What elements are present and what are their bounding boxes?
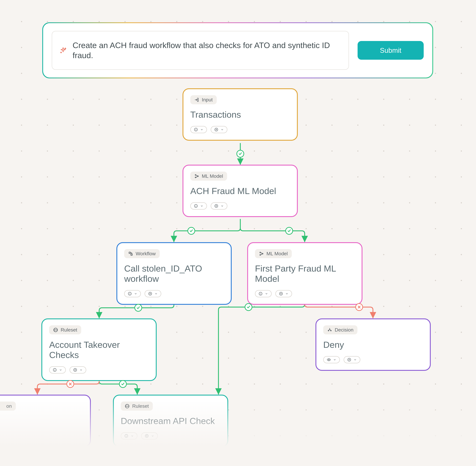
edge-badge-ok xyxy=(134,304,142,312)
edge-badge-ok xyxy=(187,227,195,235)
chevron-down-icon xyxy=(200,204,203,208)
node-info-pill[interactable] xyxy=(49,366,66,373)
node-title xyxy=(0,416,83,426)
node-add-pill[interactable] xyxy=(275,290,292,297)
chevron-down-icon xyxy=(333,358,336,361)
plus-circle-icon xyxy=(214,204,218,208)
tag-label: ML Model xyxy=(202,173,223,179)
svg-point-13 xyxy=(262,253,263,254)
chevron-down-icon xyxy=(285,292,288,295)
node-info-pill[interactable] xyxy=(190,126,207,133)
chevron-down-icon xyxy=(134,292,137,295)
chevron-down-icon xyxy=(131,434,134,438)
tag-label: Ruleset xyxy=(132,403,149,409)
info-icon xyxy=(53,368,57,372)
prompt-text: Create an ACH fraud workflow that also c… xyxy=(73,40,341,60)
node-add-pill[interactable] xyxy=(145,290,161,297)
node-ach-fraud-model[interactable]: ML Model ACH Fraud ML Model xyxy=(182,165,298,217)
node-deny[interactable]: Decision Deny xyxy=(316,318,431,371)
info-icon xyxy=(259,292,262,296)
node-first-party-fraud-model[interactable]: ML Model First Party Fraud ML Model xyxy=(247,242,363,305)
plus-circle-icon xyxy=(73,368,77,372)
chevron-down-icon xyxy=(59,368,62,372)
svg-point-12 xyxy=(260,255,261,255)
node-tag-ruleset: Ruleset xyxy=(49,325,81,334)
submit-button-label: Submit xyxy=(380,47,401,54)
node-title: ACH Fraud ML Model xyxy=(190,186,290,196)
chevron-down-icon xyxy=(79,368,83,372)
model-icon xyxy=(259,251,264,256)
plus-circle-icon xyxy=(279,292,283,296)
node-title: Account Takeover Checks xyxy=(49,339,149,360)
chevron-down-icon xyxy=(265,292,268,295)
node-info-pill[interactable] xyxy=(255,290,272,297)
node-title: Call stolen_ID_ATO workflow xyxy=(124,263,224,284)
tag-label: Ruleset xyxy=(61,327,77,333)
tag-label-fragment: on xyxy=(6,403,12,409)
node-title: Downstream API Check xyxy=(121,416,220,426)
node-tag-workflow: Workflow xyxy=(124,249,160,258)
chevron-down-icon xyxy=(221,204,224,208)
node-title: Transactions xyxy=(190,109,290,120)
plus-circle-icon xyxy=(148,292,152,296)
info-icon xyxy=(194,204,198,208)
svg-point-20 xyxy=(330,330,331,331)
node-info-pill[interactable] xyxy=(190,202,207,210)
info-icon xyxy=(194,128,198,132)
info-icon xyxy=(124,434,128,438)
node-tag-input: Input xyxy=(190,95,217,104)
tag-label: Workflow xyxy=(136,251,156,256)
node-add-pill[interactable] xyxy=(211,126,227,133)
node-add-pill[interactable] xyxy=(69,366,86,373)
edge-badge-fail xyxy=(355,303,363,311)
node-transactions[interactable]: Input Transactions xyxy=(182,88,298,141)
edge-badge-ok xyxy=(119,380,127,388)
svg-point-11 xyxy=(260,252,261,253)
svg-point-2 xyxy=(195,175,196,175)
node-info-pill[interactable] xyxy=(121,432,137,440)
svg-point-19 xyxy=(328,330,329,331)
tag-label: ML Model xyxy=(266,251,288,256)
edge-badge-ok xyxy=(285,227,293,235)
plus-circle-icon xyxy=(347,358,351,362)
svg-rect-8 xyxy=(131,254,132,255)
node-stolen-id-workflow[interactable]: Workflow Call stolen_ID_ATO workflow xyxy=(116,242,232,305)
svg-point-21 xyxy=(329,359,329,360)
node-account-takeover-checks[interactable]: Ruleset Account Takeover Checks xyxy=(41,318,157,381)
node-view-pill[interactable] xyxy=(323,356,340,363)
node-tag-mlmodel: ML Model xyxy=(255,249,292,258)
node-tag-decision-partial: on xyxy=(0,402,16,411)
chevron-down-icon xyxy=(151,434,154,438)
node-title: Deny xyxy=(323,339,423,350)
prompt-input[interactable]: Create an ACH fraud workflow that also c… xyxy=(52,31,349,70)
tag-label: Decision xyxy=(335,327,353,333)
svg-point-3 xyxy=(195,177,196,178)
eye-icon xyxy=(327,358,331,362)
plus-circle-icon xyxy=(145,434,149,438)
edge-badge-ok xyxy=(245,303,252,311)
workflow-icon xyxy=(128,251,133,256)
info-icon xyxy=(128,292,132,296)
node-add-pill[interactable] xyxy=(141,432,158,440)
plus-circle-icon xyxy=(214,128,218,132)
chevron-down-icon xyxy=(200,128,203,131)
chevron-down-icon xyxy=(353,358,357,361)
edge-badge-ok xyxy=(237,150,244,158)
tag-label: Input xyxy=(202,97,213,103)
submit-button[interactable]: Submit xyxy=(358,41,424,60)
chevron-down-icon xyxy=(221,128,224,131)
prompt-bar: Create an ACH fraud workflow that also c… xyxy=(42,22,433,78)
node-partial-decision[interactable]: on xyxy=(0,395,91,447)
node-add-pill[interactable] xyxy=(211,202,227,210)
sparkle-icon xyxy=(59,47,67,54)
svg-point-4 xyxy=(198,176,198,177)
node-downstream-api-check[interactable]: Ruleset Downstream API Check xyxy=(113,395,228,447)
node-tag-ruleset: Ruleset xyxy=(121,402,153,411)
input-icon xyxy=(194,97,199,102)
chevron-down-icon xyxy=(155,292,158,295)
node-title: First Party Fraud ML Model xyxy=(255,263,355,284)
node-info-pill[interactable] xyxy=(124,290,141,297)
ruleset-icon xyxy=(125,404,130,409)
node-add-pill[interactable] xyxy=(344,356,360,363)
ruleset-icon xyxy=(53,327,58,332)
